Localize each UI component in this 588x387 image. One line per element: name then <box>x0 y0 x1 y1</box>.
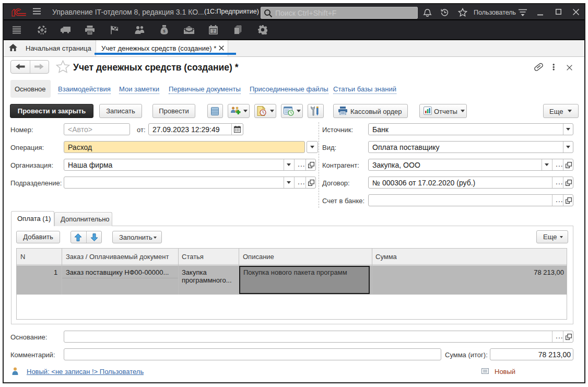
svg-text:7: 7 <box>212 29 215 34</box>
svg-text:$: $ <box>163 29 166 33</box>
